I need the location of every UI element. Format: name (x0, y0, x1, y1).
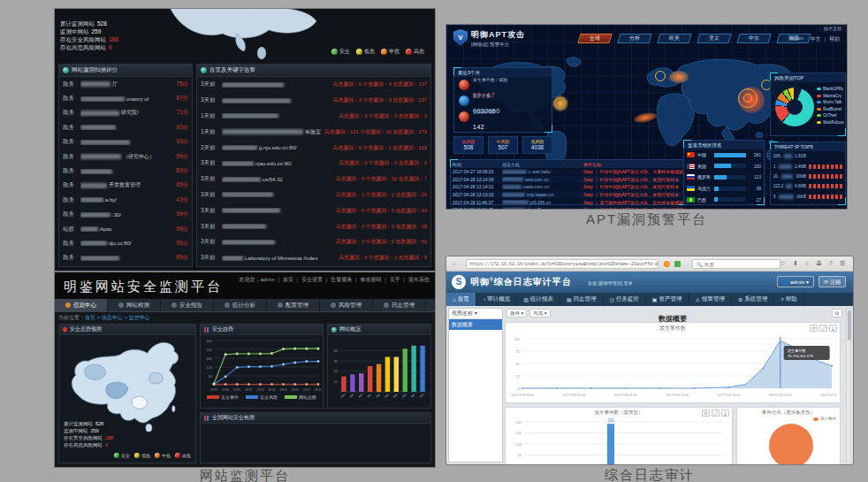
redacted-host (502, 177, 523, 181)
logout-button[interactable]: ⟳ 注销 (819, 276, 846, 287)
back-icon[interactable]: ← (452, 260, 458, 266)
table-row[interactable]: 政务 （研究中心） 99分 (59, 149, 192, 164)
username[interactable]: admin (788, 35, 803, 43)
expand-icon[interactable]: ⧉ (832, 309, 842, 318)
table-row[interactable]: 2017-04-28 13:14:31 cwde.com.cn 3day ｜ 针… (451, 183, 686, 191)
panel-title: 发生事件数 (506, 323, 840, 333)
table-row[interactable]: 3天前 高危漏洞：0 中危漏洞：5 低危漏洞：44 (197, 203, 430, 218)
table-row[interactable]: 政务 83分 (59, 164, 192, 178)
nav-button[interactable]: 中东 (736, 34, 771, 43)
scrollbar-thumb[interactable] (848, 310, 851, 340)
monitor-stats: 累计监测网站528 监测中网站259 存在安全风险网站188 存在高危风险网站6 (60, 19, 118, 51)
tab-icon (225, 302, 230, 308)
nav-tab[interactable]: 风险管理 (320, 299, 373, 311)
table-row[interactable]: 政务 89分 (59, 251, 192, 265)
stat-row: 存在高危风险网站6 (60, 43, 118, 51)
table-row[interactable]: 站群 Apac 99分 (59, 222, 192, 236)
corner-tag[interactable]: 技术支持 (819, 25, 847, 32)
attack-ring-china-inner (743, 94, 752, 103)
table-row[interactable]: 政务 研究院/ 71分 (59, 106, 192, 120)
svg-text:50: 50 (518, 453, 522, 457)
url-bar[interactable]: https://172.16.62.14/index.do?p=%3Doverv… (466, 259, 659, 269)
table-row[interactable]: 3天前 高危漏洞：0 中危漏洞：2 低危漏洞：18 (197, 218, 430, 234)
table-row[interactable]: 1天前 实验室 高危漏洞：121 中危漏洞：10 低危漏洞：179 (197, 124, 430, 140)
table-row[interactable]: 政务 开发教育管理 65分 (59, 179, 192, 193)
svg-text:2017/7/26 15:00: 2017/7/26 15:00 (666, 394, 689, 397)
table-row[interactable]: 1天前 高危漏洞：0 中危漏洞：0 低危漏洞：2 (197, 109, 430, 125)
table-row[interactable]: 2天前 g.nju.edu.cn:80/ 高危漏洞：0 中危漏洞：1 低危漏洞：… (197, 140, 430, 156)
nav-tab[interactable]: ◔审计概览 (476, 293, 518, 306)
chrome-right-icons[interactable]: ☆ ⬇ ⌂ 🖶 ? ☰ (780, 260, 848, 267)
lang-help[interactable]: 中文 ｜ 帮助 (811, 35, 840, 43)
nav-button[interactable]: 全球 (577, 34, 612, 43)
table-row[interactable]: 政务 93分 (59, 135, 192, 149)
table-row[interactable]: 3天前 高危漏洞：2 中危漏洞：3 低危漏洞：237 (197, 93, 430, 109)
search-box[interactable]: 🔍 百度 (692, 259, 780, 269)
svg-text:07/27: 07/27 (303, 388, 310, 392)
view-dropdown[interactable]: 视图名称 ▾ (449, 309, 502, 319)
svg-text:240: 240 (206, 348, 212, 352)
alert-panel: 首页及关键字告警 3天前 高危漏洞：0 中危漏洞：4 低危漏洞：137 3天前 … (196, 64, 431, 267)
stat-row: 累计监测网站528 (60, 19, 118, 27)
table-row[interactable]: 3天前 Laboratory of Minnesota /index 高危漏洞：… (197, 250, 430, 266)
risk-box: 低风险4036 (522, 136, 552, 154)
tab-icon (118, 302, 124, 308)
nav-tab[interactable]: ◷任务监控 (604, 293, 646, 306)
device-pie-chart (769, 424, 813, 464)
redacted-url (222, 98, 291, 103)
sidebar-item-overview[interactable]: 数据概要 (449, 319, 502, 330)
scrollbar[interactable] (846, 308, 851, 463)
table-row[interactable]: 2017-04-27 18:08:26 c.wek.ballu 0day ｜ 针… (451, 168, 686, 176)
table-row[interactable]: 3天前 高危漏洞：0 中危漏洞：4 低危漏洞：137 (197, 77, 430, 93)
tab-icon: ◷ (610, 296, 614, 302)
table-row[interactable]: 政务 :30/ 99分 (59, 208, 192, 222)
table-row[interactable]: 3天前 高危漏洞：3 中危漏洞：6 低危漏洞：52 (197, 234, 430, 250)
user-menu[interactable]: 欢迎您，admin ｜ 首页 ｜ 安全设置 ｜ 告警服务 ｜ 修改密码 ｜ 关于… (239, 276, 430, 284)
nav-tab[interactable]: 统计分析 (214, 299, 267, 311)
table-row[interactable]: 政务 93分 (59, 120, 192, 134)
panel-icon-buttons[interactable]: ⟳⤢⭳ (702, 409, 729, 417)
table-row[interactable]: 政务 oratory of 67分 (59, 91, 192, 105)
nav-tab[interactable]: 配置管理 (267, 299, 320, 311)
table-row[interactable]: 2017-04-28 13:13:30 tmp.baaan.cn 3day ｜ … (451, 191, 686, 199)
table-row[interactable]: 2017-04-28 11:46:37 jd5.265.cn 3day ｜ 基于… (451, 198, 686, 206)
nav-tab[interactable]: ⚠报警管理 (689, 293, 732, 306)
browser-logo-icon[interactable] (664, 261, 670, 267)
panel-icon-buttons[interactable]: ⟳⤢⭳ (810, 325, 837, 332)
nav-tab[interactable]: ▥统计报表 (517, 293, 560, 306)
table-row[interactable]: 3天前 高危漏洞：1 中危漏洞：2 低危漏洞：26 (197, 187, 430, 203)
table-row[interactable]: 3天前 cs/54.32 高危漏洞：0 中危漏洞：30 低危漏洞：7 (197, 172, 430, 187)
stat-item: 发生事件数 / 威胁17 / 17 (454, 77, 552, 93)
nav-tab[interactable]: ▣资产管理 (646, 293, 689, 306)
panel-title: THREAT IP TOP5 (771, 142, 845, 151)
table-row[interactable]: 政务 a.by/ 43分 (59, 193, 192, 207)
recent-items: 发生事件数 / 威胁17 / 17 防护次数0022650 当前事件数142 (454, 77, 552, 125)
table-row[interactable]: 2017-04-28 13:14:38 web.com.cn 3day ｜ 针对… (451, 176, 686, 184)
table-row[interactable]: 2017-04-28 11:06:45 djm.jd5.com.cn 3day … (451, 206, 686, 209)
threat-bar (809, 164, 842, 169)
redacted-ip (786, 184, 792, 188)
map-legend: 安全 低危 中危 高危 (114, 453, 191, 458)
tab-icon (384, 302, 389, 308)
nav-tab[interactable]: ⚙系统管理 (732, 293, 774, 306)
attack-ring-us (554, 97, 566, 109)
table-row[interactable]: 政务 dju.cx:80/ 96分 (59, 236, 192, 250)
nav-tab[interactable]: 信息中心 (55, 299, 108, 311)
table-row[interactable]: 3天前 njau.edu.cn:90/ 高危漏洞：0 中危漏洞：0 低危漏洞：2 (197, 156, 430, 172)
svg-text:07/26: 07/26 (292, 388, 299, 392)
nav-tab[interactable]: ⌂首页 (446, 293, 476, 306)
user-chip[interactable]: 👤 admin ▾ (777, 276, 814, 287)
table-row[interactable]: 政务 厅 75分 (59, 77, 192, 91)
nav-tab[interactable]: ?帮助 (774, 293, 803, 306)
nav-button[interactable]: 欧美 (657, 34, 691, 43)
svg-text:2017/7/26 03:00: 2017/7/26 03:00 (511, 394, 534, 397)
nav-tab[interactable]: 网站检测 (108, 299, 161, 311)
nav-tab[interactable]: ▤日志管理 (560, 293, 604, 306)
redacted-host (502, 200, 529, 204)
nav-tab[interactable]: 日志管理 (373, 299, 426, 311)
tab-icon: ⌂ (453, 297, 456, 302)
nav-button[interactable]: 分析 (617, 34, 651, 43)
nav-button[interactable]: 亚太 (697, 34, 731, 43)
nav-tab[interactable]: 安全报告 (161, 299, 214, 311)
attack-ring-europe (655, 71, 666, 81)
